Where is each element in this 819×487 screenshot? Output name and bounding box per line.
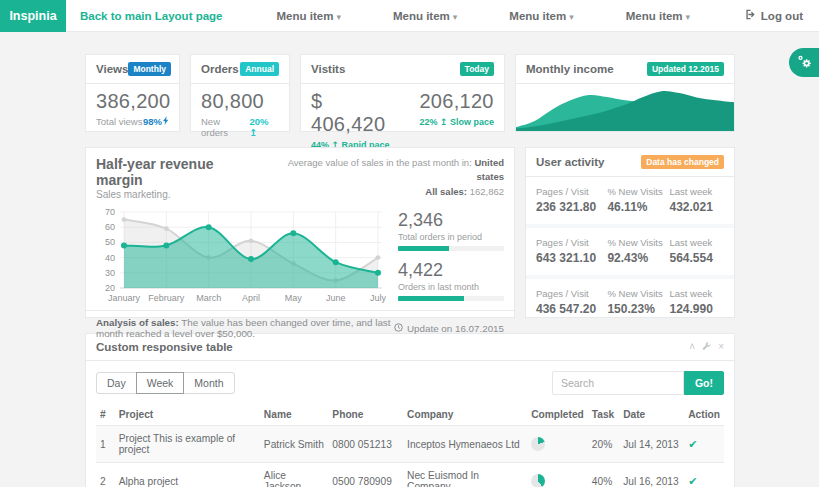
middle-row: Half-year revenue margin Sales marketing… [85, 147, 735, 318]
collapse-icon[interactable]: ˄ [689, 342, 695, 352]
orders-in-period-value: 2,346 [398, 210, 504, 231]
orders-last-month-label: Orders in last month [398, 282, 504, 292]
clock-icon [394, 323, 403, 334]
menu-item-4[interactable]: Menu item▾ [600, 10, 716, 22]
revenue-panel: Half-year revenue margin Sales marketing… [85, 147, 515, 318]
main-menu: Menu item▾ Menu item▾ Menu item▾ Menu it… [251, 10, 717, 22]
menu-item-1[interactable]: Menu item▾ [251, 10, 367, 22]
visits-title: Vistits [311, 63, 345, 75]
gears-icon [796, 53, 813, 73]
caret-down-icon: ▾ [686, 12, 691, 22]
all-sales-value: 162,862 [470, 186, 504, 197]
pages-visit-value: 436 547.20 [536, 302, 607, 316]
check-icon[interactable]: ✔ [688, 438, 697, 450]
pages-visit-value: 643 321.10 [536, 251, 607, 265]
page-content: Views Monthly 386,200 Total views 98% Or… [0, 32, 819, 487]
orders-in-period-label: Total orders in period [398, 232, 504, 242]
update-note: Update on 16.07.2015 [394, 317, 504, 339]
last-week-value: 564.554 [669, 251, 724, 265]
period-filter-group: Day Week Month [96, 372, 235, 394]
revenue-side-stats: 2,346 Total orders in period 4,422 Order… [386, 206, 504, 310]
user-activity-row: Pages / Visit236 321.80 % New Visits46.1… [526, 177, 734, 228]
svg-text:50: 50 [105, 237, 115, 247]
svg-text:June: June [326, 293, 346, 303]
svg-text:30: 30 [105, 268, 115, 278]
income-badge: Updated 12.2015 [647, 62, 724, 76]
back-to-layout-link[interactable]: Back to main Layout page [80, 10, 223, 22]
revenue-country: United states [474, 157, 504, 182]
project-cell: Project This is example of project [115, 426, 260, 463]
income-title: Monthly income [526, 63, 614, 75]
revenue-title: Half-year revenue margin [96, 156, 261, 188]
filter-week-button[interactable]: Week [136, 372, 185, 394]
user-activity-title: User activity [536, 156, 604, 168]
level-up-icon: ↥ [249, 127, 257, 138]
new-visits-value: 92.43% [607, 251, 669, 265]
go-button[interactable]: Go! [684, 371, 724, 395]
project-cell: Alpha project [115, 463, 260, 487]
views-delta: 98% [143, 116, 162, 127]
logout-button[interactable]: Log out [745, 9, 803, 22]
analysis-text: Analysis of sales: The value has been ch… [96, 317, 394, 339]
monthly-income-card: Monthly income Updated 12.2015 [515, 54, 735, 132]
revenue-chart: 203040506070JanuaryFebruaryMarchAprilMay… [96, 206, 386, 310]
search-input[interactable] [552, 371, 684, 395]
user-activity-badge: Data has changed [641, 155, 724, 169]
user-activity-row: Pages / Visit643 321.10 % New Visits92.4… [526, 228, 734, 279]
menu-item-3[interactable]: Menu item▾ [483, 10, 599, 22]
check-icon[interactable]: ✔ [688, 475, 697, 487]
visits-left-stat: $ 406,420 44% ↥ Rapid pace [311, 90, 397, 150]
user-activity-panel: User activity Data has changed Pages / V… [525, 147, 735, 318]
orders-badge: Annual [240, 62, 279, 76]
last-week-value: 124.990 [669, 302, 724, 316]
last-week-value: 432.021 [669, 200, 724, 214]
orders-delta: 20% [249, 116, 268, 127]
views-badge: Monthly [128, 62, 171, 76]
orders-last-month-progress [398, 296, 504, 301]
filter-day-button[interactable]: Day [96, 372, 137, 394]
custom-table-panel: Custom responsive table ˄ × Day Week Mon… [85, 333, 735, 487]
wrench-icon[interactable] [702, 342, 711, 353]
brand-logo[interactable]: Inspinia [0, 0, 66, 32]
orders-value: 80,800 [201, 90, 279, 113]
views-value: 386,200 [96, 90, 169, 113]
table-title: Custom responsive table [96, 341, 233, 353]
svg-text:60: 60 [105, 222, 115, 232]
visits-left-value: $ 406,420 [311, 90, 397, 136]
orders-title: Orders [201, 63, 239, 75]
caret-down-icon: ▾ [453, 12, 458, 22]
visits-right-stat: 206,120 22% ↥ Slow pace [419, 90, 494, 150]
orders-last-month-value: 4,422 [398, 260, 504, 281]
stats-row: Views Monthly 386,200 Total views 98% Or… [85, 54, 735, 132]
svg-text:20: 20 [105, 283, 115, 293]
svg-text:May: May [285, 293, 303, 303]
new-visits-value: 150.23% [607, 302, 669, 316]
svg-text:July: July [370, 293, 386, 303]
filter-month-button[interactable]: Month [183, 372, 234, 394]
completed-pie-icon [531, 474, 545, 487]
svg-text:70: 70 [105, 207, 115, 217]
orders-caption: New orders [201, 116, 249, 138]
visits-right-value: 206,120 [419, 90, 494, 113]
svg-text:40: 40 [105, 253, 115, 263]
projects-table: # Project Name Phone Company Completed T… [96, 404, 724, 487]
pages-visit-value: 236 321.80 [536, 200, 607, 214]
search-group: Go! [552, 371, 724, 395]
revenue-subtitle: Sales marketing. [96, 189, 261, 200]
orders-in-period-progress [398, 246, 504, 251]
top-navbar: Inspinia Back to main Layout page Menu i… [0, 0, 819, 32]
svg-text:April: April [242, 293, 260, 303]
table-row[interactable]: 1 Project This is example of project Pat… [96, 426, 724, 463]
table-row[interactable]: 2 Alpha project Alice Jackson 0500 78090… [96, 463, 724, 487]
close-icon[interactable]: × [718, 342, 724, 352]
menu-item-2[interactable]: Menu item▾ [367, 10, 483, 22]
user-activity-row: Pages / Visit436 547.20 % New Visits150.… [526, 279, 734, 326]
new-visits-value: 46.11% [607, 200, 669, 214]
level-up-icon: ↥ [440, 117, 448, 127]
svg-text:March: March [196, 293, 221, 303]
completed-pie-icon [531, 437, 545, 451]
theme-settings-button[interactable] [789, 48, 819, 77]
views-caption: Total views [96, 116, 142, 127]
visits-badge: Today [460, 62, 494, 76]
orders-card: Orders Annual 80,800 New orders 20% ↥ [190, 54, 290, 132]
